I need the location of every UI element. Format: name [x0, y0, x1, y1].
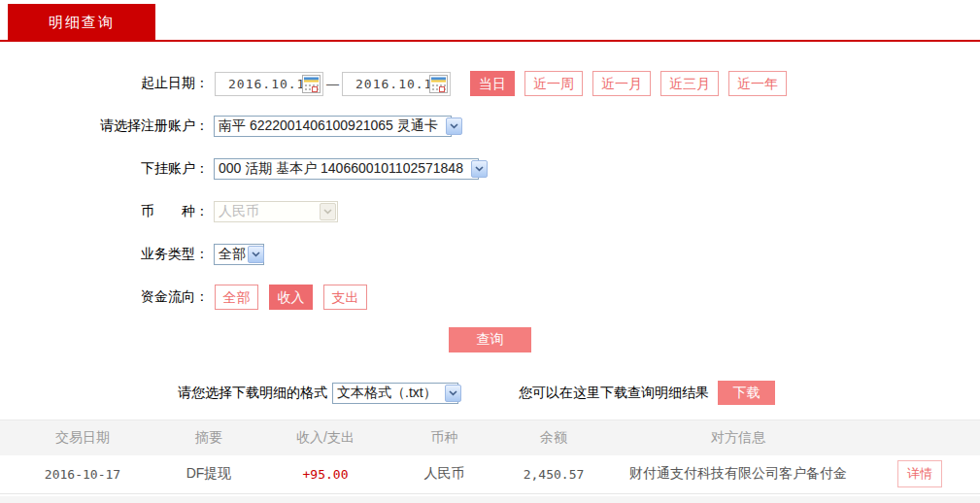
- cell-trade-date: 2016-10-17: [0, 455, 165, 494]
- detail-button[interactable]: 详情: [897, 460, 942, 487]
- range-year-button[interactable]: 近一年: [728, 71, 787, 96]
- chevron-down-icon: [446, 117, 462, 135]
- download-format-value: 文本格式（.txt）: [337, 385, 445, 402]
- query-row: 查询: [0, 327, 980, 352]
- calendar-icon[interactable]: [429, 75, 448, 93]
- currency-label: 币 种：: [0, 203, 209, 220]
- currency-select: 人民币: [214, 201, 338, 222]
- header-balance: 余额: [490, 420, 617, 455]
- date-range-row: 起止日期： 2016.10.17 — 2016.10.17: [0, 71, 980, 96]
- table-header-row: 交易日期 摘要 收入/支出 币种 余额 对方信息: [0, 420, 980, 455]
- sub-account-label: 下挂账户：: [0, 160, 209, 178]
- business-type-row: 业务类型： 全部: [0, 242, 980, 267]
- cell-counterparty: 财付通支付科技有限公司客户备付金: [617, 455, 860, 494]
- header-counterparty: 对方信息: [617, 420, 860, 455]
- header-actions: [860, 420, 980, 455]
- download-format-select[interactable]: 文本格式（.txt）: [332, 383, 458, 404]
- fund-flow-row: 资金流向： 全部 收入 支出: [0, 285, 980, 310]
- currency-value: 人民币: [219, 203, 267, 220]
- cell-actions: 详情: [860, 455, 980, 494]
- cell-summary: DF提现: [165, 455, 253, 494]
- business-type-select[interactable]: 全部: [214, 244, 264, 265]
- download-format-label: 请您选择下载明细的格式: [178, 385, 327, 402]
- chevron-down-icon: [445, 385, 461, 402]
- transactions-table: 交易日期 摘要 收入/支出 币种 余额 对方信息 2016-10-17 DF提现…: [0, 419, 980, 494]
- flow-all-button[interactable]: 全部: [215, 285, 258, 310]
- range-week-button[interactable]: 近一周: [524, 71, 583, 96]
- range-today-button[interactable]: 当日: [470, 71, 515, 96]
- flow-expense-button[interactable]: 支出: [323, 285, 367, 310]
- sub-account-row: 下挂账户： 000 活期 基本户 1406600101102571848: [0, 156, 980, 182]
- currency-row: 币 种： 人民币: [0, 199, 980, 224]
- cell-currency: 人民币: [398, 455, 490, 494]
- business-type-value: 全部: [219, 246, 248, 263]
- query-button[interactable]: 查询: [449, 327, 531, 352]
- date-range-label: 起止日期：: [0, 75, 209, 92]
- fund-flow-label: 资金流向：: [0, 288, 209, 306]
- chevron-down-icon: [471, 160, 488, 178]
- bottom-strip: [0, 496, 980, 503]
- register-account-select[interactable]: 南平 6222001406100921065 灵通卡: [214, 116, 452, 137]
- header-currency: 币种: [398, 420, 490, 455]
- business-type-label: 业务类型：: [0, 246, 209, 263]
- cell-amount: +95.00: [253, 455, 398, 494]
- calendar-icon[interactable]: [302, 75, 321, 93]
- range-month-button[interactable]: 近一月: [592, 71, 651, 96]
- header-income-expense: 收入/支出: [253, 420, 398, 455]
- header-summary: 摘要: [165, 420, 253, 455]
- cell-balance: 2,450.57: [490, 455, 617, 494]
- end-date-input[interactable]: 2016.10.17: [342, 72, 451, 96]
- register-account-label: 请选择注册账户：: [0, 117, 209, 135]
- range-quarter-button[interactable]: 近三月: [660, 71, 719, 96]
- download-button[interactable]: 下载: [718, 381, 775, 405]
- date-separator: —: [326, 77, 339, 91]
- register-account-row: 请选择注册账户： 南平 6222001406100921065 灵通卡: [0, 114, 980, 139]
- flow-income-button[interactable]: 收入: [269, 285, 313, 310]
- sub-account-value: 000 活期 基本户 1406600101102571848: [219, 160, 471, 178]
- header-trade-date: 交易日期: [0, 420, 165, 455]
- sub-account-select[interactable]: 000 活期 基本户 1406600101102571848: [214, 158, 479, 180]
- chevron-down-icon: [320, 203, 336, 220]
- query-form: 起止日期： 2016.10.17 — 2016.10.17: [0, 42, 980, 405]
- register-account-value: 南平 6222001406100921065 灵通卡: [219, 117, 446, 135]
- download-row: 请您选择下载明细的格式 文本格式（.txt） 您可以在这里下载查询明细结果 下载: [0, 381, 980, 405]
- download-hint: 您可以在这里下载查询明细结果: [519, 385, 709, 402]
- table-row: 2016-10-17 DF提现 +95.00 人民币 2,450.57 财付通支…: [0, 455, 980, 494]
- tab-bar: 明细查询: [0, 0, 980, 42]
- tab-detail-query[interactable]: 明细查询: [8, 4, 155, 40]
- chevron-down-icon: [248, 246, 264, 263]
- start-date-input[interactable]: 2016.10.17: [215, 72, 323, 96]
